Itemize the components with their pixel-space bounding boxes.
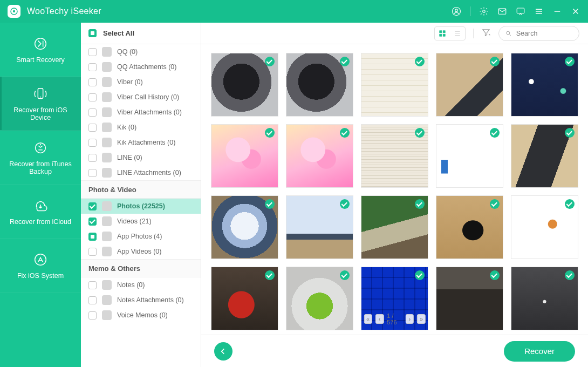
category-checkbox[interactable] [88, 202, 97, 210]
close-button[interactable] [571, 6, 580, 16]
recover-button[interactable]: Recover [504, 341, 575, 362]
thumbnail[interactable]: «‹1 / 576›» [361, 267, 428, 330]
selected-badge-icon [265, 57, 275, 66]
category-checkbox[interactable] [88, 169, 97, 177]
pager-prev-button[interactable]: ‹ [375, 314, 384, 324]
category-checkbox[interactable] [88, 63, 97, 71]
thumbnail[interactable] [436, 53, 503, 117]
menu-icon[interactable] [534, 6, 544, 16]
grid-view-button[interactable] [435, 27, 450, 40]
category-item[interactable]: LINE (0) [81, 150, 201, 165]
selected-badge-icon [490, 270, 500, 280]
selected-badge-icon [565, 128, 575, 138]
nav-recover-icloud[interactable]: Recover from iCloud [0, 185, 81, 239]
category-item[interactable]: App Videos (0) [81, 244, 201, 259]
category-scroll[interactable]: QQ (0)QQ Attachments (0)Viber (0)Viber C… [81, 44, 201, 367]
category-checkbox[interactable] [88, 154, 97, 162]
category-icon [102, 77, 112, 87]
search-box[interactable] [498, 26, 579, 41]
category-icon [102, 232, 112, 241]
category-item[interactable]: QQ (0) [81, 44, 201, 59]
svg-rect-6 [517, 8, 524, 13]
thumbnail[interactable] [211, 53, 278, 117]
thumbnail[interactable] [361, 124, 428, 188]
category-checkbox[interactable] [88, 48, 97, 56]
thumbnail[interactable] [436, 267, 503, 330]
nav-fix-ios[interactable]: Fix iOS System [0, 239, 81, 293]
thumbnail[interactable] [211, 195, 278, 259]
category-checkbox[interactable] [88, 233, 97, 241]
nav-item-label: Recover from iTunes Backup [4, 160, 77, 175]
category-item[interactable]: Kik (0) [81, 120, 201, 135]
nav-recover-ios-device[interactable]: Recover from iOS Device [0, 77, 81, 131]
thumbnail[interactable] [211, 267, 278, 330]
select-all-checkbox[interactable] [88, 29, 97, 37]
thumbnail[interactable] [211, 124, 278, 188]
filter-button[interactable] [481, 28, 491, 39]
feedback-icon[interactable] [516, 6, 525, 16]
category-checkbox[interactable] [88, 281, 97, 289]
thumbnail[interactable] [436, 195, 503, 259]
back-button[interactable] [214, 342, 233, 361]
pager-first-button[interactable]: « [364, 314, 372, 324]
category-label: Kik (0) [117, 124, 136, 131]
pager-next-button[interactable]: › [406, 314, 414, 324]
thumbnail[interactable] [511, 124, 578, 188]
thumbnail[interactable] [361, 53, 428, 117]
category-item[interactable]: LINE Attachments (0) [81, 165, 201, 180]
category-item[interactable]: Photos (22525) [81, 199, 201, 214]
pager-last-button[interactable]: » [417, 314, 426, 324]
category-item[interactable]: Viber Call History (0) [81, 90, 201, 105]
list-view-button[interactable] [450, 27, 465, 40]
thumbnail[interactable] [511, 267, 578, 330]
category-checkbox[interactable] [88, 124, 97, 132]
category-checkbox[interactable] [88, 108, 97, 117]
category-item[interactable]: QQ Attachments (0) [81, 59, 201, 74]
category-checkbox[interactable] [88, 93, 97, 101]
category-label: Kik Attachments (0) [117, 139, 175, 146]
thumbnail[interactable] [511, 195, 578, 259]
category-icon [102, 201, 112, 211]
category-item[interactable]: Notes Attachments (0) [81, 293, 201, 308]
nav-smart-recovery[interactable]: Smart Recovery [0, 23, 81, 77]
svg-point-11 [35, 254, 46, 265]
category-item[interactable]: App Photos (4) [81, 229, 201, 244]
category-checkbox[interactable] [88, 139, 97, 147]
thumbnail[interactable] [436, 124, 503, 188]
settings-icon[interactable] [479, 6, 489, 16]
category-checkbox[interactable] [88, 311, 97, 320]
category-checkbox[interactable] [88, 78, 97, 86]
account-icon[interactable] [452, 6, 461, 16]
nav-recover-itunes[interactable]: Recover from iTunes Backup [0, 131, 81, 185]
category-checkbox[interactable] [88, 296, 97, 304]
thumbnail[interactable] [286, 267, 353, 330]
minimize-button[interactable] [552, 6, 562, 16]
nav-item-label: Recover from iOS Device [4, 106, 77, 121]
selected-badge-icon [340, 128, 350, 138]
thumbnail[interactable] [286, 195, 353, 259]
category-item[interactable]: Viber (0) [81, 74, 201, 90]
search-icon [505, 30, 512, 37]
select-all-row[interactable]: Select All [81, 23, 201, 44]
thumbnail[interactable] [511, 53, 578, 117]
category-icon [102, 310, 112, 320]
svg-point-3 [455, 9, 458, 12]
footer-bar: Recover [201, 335, 588, 367]
thumbnail[interactable] [286, 53, 353, 117]
category-item[interactable]: Kik Attachments (0) [81, 135, 201, 150]
thumbnail-grid[interactable]: «‹1 / 576›» [201, 44, 588, 335]
search-input[interactable] [516, 30, 572, 37]
category-item[interactable]: Videos (21) [81, 214, 201, 229]
svg-point-4 [483, 10, 486, 13]
category-item[interactable]: Viber Attachments (0) [81, 105, 201, 120]
mail-icon[interactable] [497, 6, 507, 16]
thumbnail[interactable] [286, 124, 353, 188]
category-item[interactable]: Voice Memos (0) [81, 308, 201, 323]
selected-badge-icon [415, 199, 425, 209]
category-checkbox[interactable] [88, 248, 97, 256]
category-label: QQ (0) [117, 48, 138, 56]
category-item[interactable]: Notes (0) [81, 277, 201, 293]
thumbnail[interactable] [361, 195, 428, 259]
selected-badge-icon [490, 57, 500, 66]
category-checkbox[interactable] [88, 218, 97, 226]
